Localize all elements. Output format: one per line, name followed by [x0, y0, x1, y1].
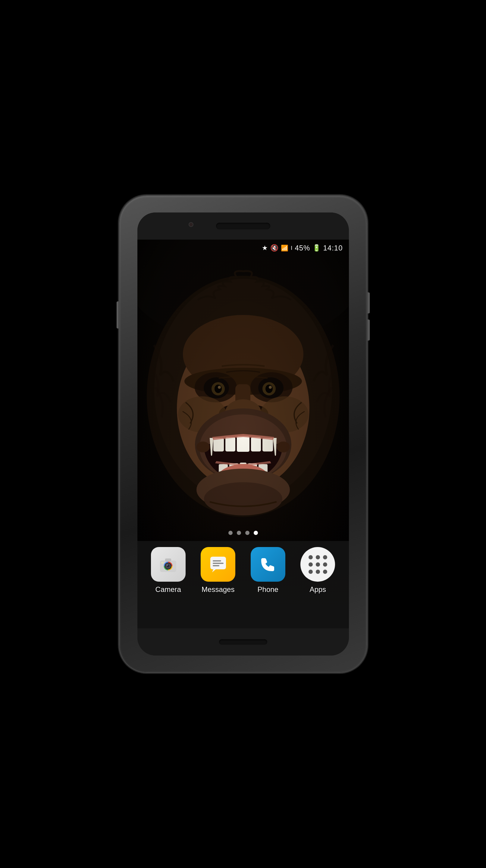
- svg-point-47: [167, 564, 168, 566]
- front-camera: [189, 222, 193, 227]
- status-icons: ★ 🔇 📶 Ⅰ 45% 🔋 14:10: [262, 244, 343, 252]
- apps-grid: [302, 549, 334, 581]
- apps-dot-1: [309, 555, 313, 559]
- apps-dot-7: [309, 569, 313, 574]
- apps-dot-8: [316, 569, 320, 574]
- top-bezel: [137, 213, 349, 240]
- apps-launcher[interactable]: Apps: [295, 547, 341, 594]
- apps-dot-2: [316, 555, 320, 559]
- camera-label: Camera: [156, 585, 181, 594]
- phone-app[interactable]: Phone: [245, 547, 290, 594]
- apps-dot-6: [323, 562, 327, 567]
- messages-icon: [201, 547, 235, 582]
- apps-dot-4: [309, 562, 313, 567]
- apps-dot-9: [323, 569, 327, 574]
- apps-label: Apps: [310, 585, 326, 594]
- home-screen: ★ 🔇 📶 Ⅰ 45% 🔋 14:10: [137, 240, 349, 628]
- messages-app[interactable]: Messages: [196, 547, 241, 594]
- svg-rect-52: [213, 563, 224, 564]
- status-bar: ★ 🔇 📶 Ⅰ 45% 🔋 14:10: [137, 240, 349, 256]
- page-dot-3: [245, 531, 250, 535]
- svg-rect-49: [161, 562, 164, 564]
- phone-device: ★ 🔇 📶 Ⅰ 45% 🔋 14:10: [120, 196, 367, 672]
- battery-percent: 45%: [295, 244, 310, 252]
- mute-icon: 🔇: [270, 245, 279, 251]
- bottom-dock: Camera: [137, 541, 349, 628]
- camera-app[interactable]: Camera: [145, 547, 191, 594]
- volume-up-button[interactable]: [367, 292, 370, 313]
- page-dot-2: [237, 531, 241, 535]
- signal-icon: Ⅰ: [291, 245, 292, 251]
- page-indicators: [137, 531, 349, 535]
- power-button[interactable]: [117, 301, 119, 329]
- earpiece-speaker: [216, 223, 270, 229]
- phone-screen: ★ 🔇 📶 Ⅰ 45% 🔋 14:10: [137, 213, 349, 655]
- battery-icon: 🔋: [313, 245, 321, 251]
- bottom-speaker: [219, 639, 267, 645]
- time-display: 14:10: [323, 244, 343, 252]
- dock-apps: Camera: [137, 547, 349, 594]
- svg-rect-51: [213, 560, 221, 561]
- apps-dot-5: [316, 562, 320, 567]
- svg-rect-53: [213, 565, 219, 566]
- camera-icon: [151, 547, 186, 582]
- messages-label: Messages: [201, 585, 234, 594]
- phone-label: Phone: [258, 585, 279, 594]
- bottom-bezel: [137, 628, 349, 655]
- page-dot-4-active: [254, 531, 258, 535]
- bluetooth-icon: ★: [262, 245, 268, 251]
- phone-icon: [251, 547, 285, 582]
- volume-down-button[interactable]: [367, 319, 370, 341]
- page-dot-1: [228, 531, 233, 535]
- svg-rect-48: [165, 558, 171, 561]
- apps-icon: [300, 547, 335, 582]
- apps-dot-3: [323, 555, 327, 559]
- wifi-icon: 📶: [281, 245, 288, 251]
